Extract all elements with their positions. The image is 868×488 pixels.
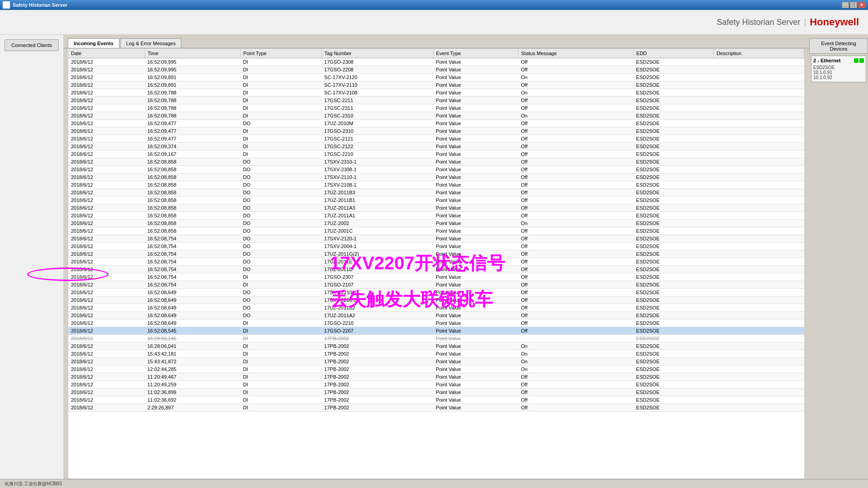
table-row[interactable]: 2018/6/1216:52:09,788DI17GSC-2311Point V… xyxy=(68,104,804,112)
maximize-button[interactable]: □ xyxy=(850,2,857,8)
table-cell: 17PB-2002 xyxy=(321,373,433,381)
table-cell: DO xyxy=(240,227,321,235)
connected-clients-button[interactable]: Connected Clients xyxy=(5,39,59,51)
table-cell: 17GSC-2311 xyxy=(321,104,433,112)
table-row[interactable]: 2018/6/1216:52:09,995DI17GSO-2208Point V… xyxy=(68,66,804,74)
table-cell: Off xyxy=(518,373,633,381)
table-cell: 2018/6/12 xyxy=(68,289,145,296)
table-cell: Off xyxy=(518,404,633,412)
table-row[interactable]: 2018/6/1216:52:08,754DO17UZ-2011EPoint V… xyxy=(68,258,804,266)
table-row[interactable]: 2018/6/1216:52:08,754DI17GSO-2307Point V… xyxy=(68,273,804,281)
table-cell: ESD2SOE xyxy=(633,220,713,227)
table-row[interactable]: 2018/6/1211:02:36,692DI17PB-2002Point Va… xyxy=(68,396,804,404)
table-row[interactable]: 2018/6/1216:52:08,754DI17GSO-2107Point V… xyxy=(68,281,804,289)
table-cell xyxy=(714,343,804,350)
table-cell: ESD2SOE xyxy=(633,166,713,174)
status-bar: 化海川流·工业社群@HCBBS xyxy=(0,479,868,488)
table-row[interactable]: 2018/6/1216:52:08,754DO17SXV-2120-1Point… xyxy=(68,235,804,243)
table-cell: DI xyxy=(240,343,321,350)
table-cell: 2018/6/12 xyxy=(68,343,145,350)
table-cell: 2018/6/12 xyxy=(68,227,145,235)
table-cell: Point Value xyxy=(433,258,518,266)
table-cell xyxy=(714,204,804,212)
table-row[interactable]: 2018/6/1216:52:08,858DO17UZ-2001CPoint V… xyxy=(68,227,804,235)
table-cell: DI xyxy=(240,66,321,74)
table-cell: DO xyxy=(240,289,321,296)
table-row[interactable]: 2018/6/1216:52:08,858DO17UZ-2011B1Point … xyxy=(68,197,804,204)
table-cell: DO xyxy=(240,243,321,250)
table-row[interactable]: 2018/6/1216:52:09,788DISC-17XV-2108Point… xyxy=(68,89,804,97)
table-area[interactable]: Date Time Point Type Tag Number Event Ty… xyxy=(68,48,805,479)
table-row[interactable]: 2018/6/1216:52:08,858DO17UZ-2011B3Point … xyxy=(68,189,804,197)
table-row[interactable]: 2018/6/1216:28:06,041DI17PB-2002Point Va… xyxy=(68,343,804,350)
table-row[interactable]: 2018/6/1216:52:08,754DO17SXV-2004-1Point… xyxy=(68,243,804,250)
table-cell xyxy=(714,227,804,235)
table-row[interactable]: 2018/6/1211:20:49,467DI17PB-2002Point Va… xyxy=(68,373,804,381)
table-row[interactable]: 2018/6/1216:52:08,649DO17UZ-2011A2Point … xyxy=(68,312,804,319)
table-row[interactable]: 2018/6/1216:52:09,788DI17GSC-2211Point V… xyxy=(68,97,804,104)
table-cell xyxy=(714,89,804,97)
table-row[interactable]: 2018/6/1212:02:44,285DI17PB-2002Point Va… xyxy=(68,366,804,373)
table-row[interactable]: 2018/6/1216:52:08,545DI17GSO-2207Point V… xyxy=(68,327,804,335)
table-row[interactable]: 2018/6/1216:52:09,374DI17GSC-2122Point V… xyxy=(68,143,804,150)
minimize-button[interactable]: _ xyxy=(842,2,849,8)
table-row[interactable]: 2018/6/122:29:26,897DI17PB-2002Point Val… xyxy=(68,404,804,412)
table-cell xyxy=(714,350,804,358)
table-cell: Point Value xyxy=(433,243,518,250)
table-cell xyxy=(714,327,804,335)
table-row[interactable]: 2018/6/1216:52:08,858DO17SXV-2108-1Point… xyxy=(68,181,804,189)
table-row[interactable]: 2018/6/1211:20:49,259DI17PB-2002Point Va… xyxy=(68,381,804,389)
table-row[interactable]: 2018/6/1216:52:08,858DO17SXV-2308-1Point… xyxy=(68,166,804,174)
tab-log-error-messages[interactable]: Log & Error Messages xyxy=(120,38,181,48)
table-row[interactable]: 2018/6/1216:52:09,477DO17UZ-2010MPoint V… xyxy=(68,120,804,127)
table-row[interactable]: 2018/6/1216:52:08,649DO17SXV-2208-1Point… xyxy=(68,296,804,304)
table-cell: 16:52:08,754 xyxy=(145,250,240,258)
table-cell: 17UZ-2011B3 xyxy=(321,189,433,197)
table-cell: 17GSO-2307 xyxy=(321,273,433,281)
table-row[interactable]: 2018/6/1215:43:41,872DI17PB-2002Point Va… xyxy=(68,358,804,366)
table-cell: ESD2SOE xyxy=(633,296,713,304)
table-row[interactable]: 2018/6/1216:52:09,995DI17GSO-2308Point V… xyxy=(68,58,804,66)
table-row[interactable]: 2018/6/1216:52:08,858DO17SXV-2310-1Point… xyxy=(68,158,804,166)
table-row[interactable]: 2018/6/1216:52:08,649DI17GSO-2210Point V… xyxy=(68,319,804,327)
close-button[interactable]: ✕ xyxy=(858,2,865,8)
table-row[interactable]: 2018/6/1216:52:08,858DO17SXV-2110-1Point… xyxy=(68,174,804,181)
table-cell xyxy=(714,243,804,250)
table-row[interactable]: 2018/6/1216:52:09,477DI17GSO-2310Point V… xyxy=(68,127,804,135)
table-cell: 11:02:36,899 xyxy=(145,389,240,396)
table-row[interactable]: 2018/6/1216:52:09,167DI17GSC-2210Point V… xyxy=(68,150,804,158)
table-cell: DO xyxy=(240,220,321,227)
table-row[interactable]: 2018/6/1216:28:06,145DI17PB-2002Point Va… xyxy=(68,335,804,343)
table-row[interactable]: 2018/6/1211:02:36,899DI17PB-2002Point Va… xyxy=(68,389,804,396)
table-cell: 16:52:08,858 xyxy=(145,220,240,227)
table-cell xyxy=(714,296,804,304)
table-row[interactable]: 2018/6/1216:52:08,649DO17SXV-2210-1Point… xyxy=(68,289,804,296)
tab-incoming-events[interactable]: Incoming Events xyxy=(68,38,119,48)
table-row[interactable]: 2018/6/1216:52:08,754DO17UZ-2011G(2)Poin… xyxy=(68,250,804,258)
table-cell: Off xyxy=(518,250,633,258)
table-cell: Off xyxy=(518,243,633,250)
table-cell: ESD2SOE xyxy=(633,204,713,212)
table-cell: 17PB-2002 xyxy=(321,396,433,404)
table-cell: Off xyxy=(518,197,633,204)
table-row[interactable]: 2018/6/1216:52:08,858DO17UZ-2011A3Point … xyxy=(68,204,804,212)
table-cell: DI xyxy=(240,319,321,327)
table-cell: SC-17XV-2120 xyxy=(321,74,433,81)
table-row[interactable]: 2018/6/1216:52:08,858DO17UZ-2002Point Va… xyxy=(68,220,804,227)
table-row[interactable]: 2018/6/1216:52:08,754DO17UZ-2011DPoint V… xyxy=(68,266,804,273)
table-row[interactable]: 2018/6/1216:52:09,891DISC-17XV-2120Point… xyxy=(68,74,804,81)
table-cell: ESD2SOE xyxy=(633,235,713,243)
table-cell: ESD2SOE xyxy=(633,212,713,220)
table-cell: 17UZ-2011B2 xyxy=(321,304,433,312)
table-row[interactable]: 2018/6/1216:52:08,649DO17UZ-2011B2Point … xyxy=(68,304,804,312)
table-cell: 17SXV-2210-1 xyxy=(321,289,433,296)
table-cell: Point Value xyxy=(433,319,518,327)
table-row[interactable]: 2018/6/1216:52:09,477DI17GSC-2121Point V… xyxy=(68,135,804,143)
table-row[interactable]: 2018/6/1216:52:09,891DISC-17XV-2110Point… xyxy=(68,81,804,89)
table-cell: 2018/6/12 xyxy=(68,350,145,358)
table-row[interactable]: 2018/6/1216:52:08,858DO17UZ-2011A1Point … xyxy=(68,212,804,220)
table-cell: 16:52:08,649 xyxy=(145,319,240,327)
table-cell: 17PB-2002 xyxy=(321,343,433,350)
table-row[interactable]: 2018/6/1215:43:42,181DI17PB-2002Point Va… xyxy=(68,350,804,358)
table-row[interactable]: 2018/6/1216:52:09,788DI17GSC-2310Point V… xyxy=(68,112,804,120)
